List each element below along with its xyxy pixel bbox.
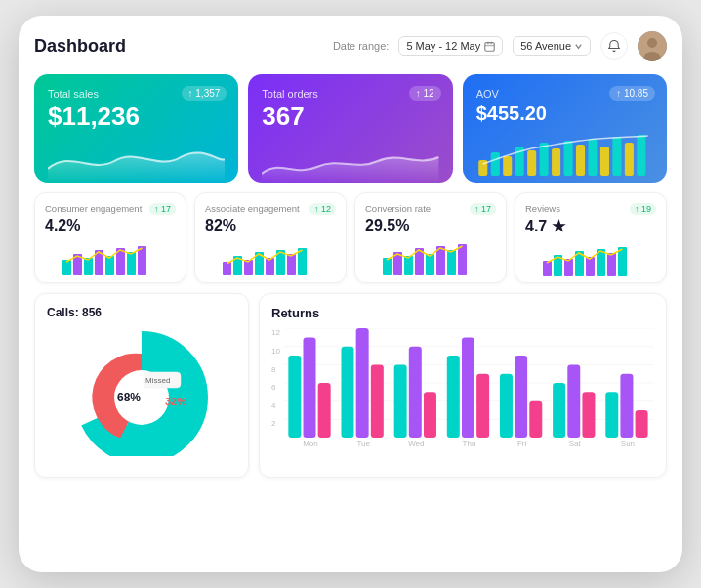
day-label-fri: Fri: [496, 440, 549, 448]
metric-badge-text-conversion: ↑ 17: [474, 204, 491, 214]
metric-badge-text-associate: ↑ 12: [314, 204, 331, 214]
metric-value-conversion: 29.5%: [365, 217, 496, 234]
svg-rect-75: [424, 392, 436, 438]
chevron-down-icon: [574, 42, 583, 51]
kpi-badge-aov: ↑ 10.85: [609, 86, 655, 101]
avatar[interactable]: [638, 31, 667, 61]
calls-card: Calls: 856 68%: [34, 293, 249, 478]
svg-text:68%: 68%: [117, 391, 141, 404]
metric-bars-conversion: [365, 240, 496, 275]
calls-title: Calls: 856: [47, 306, 236, 319]
metric-badge-conversion: ↑ 17: [470, 203, 496, 215]
svg-rect-67: [288, 356, 301, 438]
svg-rect-78: [476, 374, 489, 438]
metric-top-consumer: Consumer engagement ↑ 17: [45, 203, 176, 215]
location-text: 56 Avenue: [520, 40, 571, 52]
svg-rect-20: [637, 135, 645, 176]
svg-rect-15: [576, 145, 585, 176]
metric-bars-reviews: [525, 241, 656, 276]
metric-value-associate: 82%: [205, 217, 336, 234]
day-label-wed: Wed: [390, 440, 442, 448]
kpi-row: Total sales ↑ 1,357 $11,236: [34, 74, 667, 183]
metric-label-reviews: Reviews: [525, 203, 560, 214]
metric-top-associate: Associate engagement ↑ 12: [205, 203, 336, 215]
date-range-picker[interactable]: 5 May - 12 May: [398, 36, 503, 56]
metric-label-conversion: Conversion rate: [365, 203, 431, 214]
metric-label-associate: Associate engagement: [205, 203, 300, 214]
kpi-chart-aov: [476, 133, 653, 176]
kpi-badge-total-sales: ↑ 1,357: [182, 86, 227, 101]
metric-badge-reviews: ↑ 19: [630, 203, 656, 215]
metric-top-reviews: Reviews ↑ 19: [525, 203, 656, 215]
svg-rect-8: [490, 152, 499, 176]
svg-rect-44: [458, 244, 467, 275]
svg-rect-33: [266, 258, 274, 275]
y-label: 8: [271, 365, 280, 374]
kpi-card-aov: AOV ↑ 10.85 $455.20: [463, 74, 667, 183]
day-label-sat: Sat: [549, 440, 601, 448]
notification-bell-button[interactable]: [600, 32, 628, 60]
metric-card-associate-engagement: Associate engagement ↑ 12 82%: [194, 192, 347, 283]
svg-rect-35: [287, 254, 296, 275]
svg-point-5: [647, 38, 657, 48]
returns-bars-area: Mon Tue Wed Thu Fri Sat Sun: [284, 328, 654, 465]
metric-top-conversion: Conversion rate ↑ 17: [365, 203, 496, 215]
svg-rect-85: [605, 392, 618, 438]
kpi-value-total-sales: $11,236: [48, 102, 225, 132]
svg-rect-16: [588, 139, 597, 176]
y-label: 2: [271, 419, 280, 428]
returns-title: Returns: [271, 306, 654, 320]
metric-badge-text-reviews: ↑ 19: [635, 204, 651, 214]
metric-bars-consumer: [45, 240, 176, 275]
svg-rect-0: [485, 42, 494, 51]
svg-rect-69: [318, 383, 331, 438]
dashboard-frame: Dashboard Date range: 5 May - 12 May 56 …: [19, 16, 682, 572]
svg-rect-86: [620, 374, 633, 438]
returns-card: Returns 12 10 8 6 4 2: [259, 293, 667, 478]
kpi-badge-text-orders: ↑ 12: [416, 88, 434, 99]
header: Dashboard Date range: 5 May - 12 May 56 …: [34, 31, 667, 61]
svg-rect-76: [447, 356, 460, 438]
metric-badge-text-consumer: ↑ 17: [154, 204, 171, 214]
location-dropdown[interactable]: 56 Avenue: [513, 36, 591, 56]
svg-rect-70: [341, 347, 353, 438]
metric-bars-associate: [205, 240, 336, 275]
svg-rect-14: [563, 141, 572, 176]
y-label: 10: [271, 347, 280, 356]
svg-rect-79: [500, 374, 513, 438]
bell-icon: [607, 39, 621, 53]
svg-rect-71: [356, 328, 369, 438]
svg-rect-82: [553, 383, 565, 438]
metric-value-reviews: 4.7 ★: [525, 217, 656, 235]
page-title: Dashboard: [34, 36, 126, 57]
svg-rect-52: [618, 247, 627, 276]
day-label-sun: Sun: [601, 440, 654, 448]
y-label: 12: [271, 328, 280, 337]
svg-rect-72: [371, 365, 384, 439]
svg-rect-19: [625, 143, 634, 176]
date-range-label: Date range:: [333, 40, 389, 52]
svg-text:Missed: Missed: [145, 376, 170, 385]
svg-rect-74: [409, 347, 422, 438]
svg-rect-18: [612, 137, 621, 176]
svg-rect-17: [600, 147, 609, 176]
pie-chart-container: 68% Missed 32%: [47, 329, 236, 456]
svg-rect-73: [394, 365, 407, 439]
svg-rect-80: [515, 356, 527, 438]
kpi-badge-total-orders: ↑ 12: [409, 86, 441, 101]
svg-rect-49: [586, 257, 595, 276]
bottom-row: Calls: 856 68%: [34, 293, 667, 478]
svg-rect-68: [303, 338, 315, 439]
svg-rect-51: [607, 253, 616, 276]
svg-rect-11: [527, 150, 536, 176]
metric-badge-associate: ↑ 12: [309, 203, 336, 215]
kpi-chart-sales: [48, 140, 225, 183]
returns-chart-wrapper: 12 10 8 6 4 2: [271, 328, 654, 465]
metric-value-consumer: 4.2%: [45, 217, 176, 234]
kpi-badge-text-aov: ↑ 10.85: [616, 88, 648, 99]
day-labels: Mon Tue Wed Thu Fri Sat Sun: [284, 438, 654, 448]
svg-rect-81: [529, 401, 542, 438]
metric-badge-consumer: ↑ 17: [149, 203, 176, 215]
svg-rect-28: [138, 246, 146, 275]
metric-card-consumer-engagement: Consumer engagement ↑ 17 4.2%: [34, 192, 186, 283]
